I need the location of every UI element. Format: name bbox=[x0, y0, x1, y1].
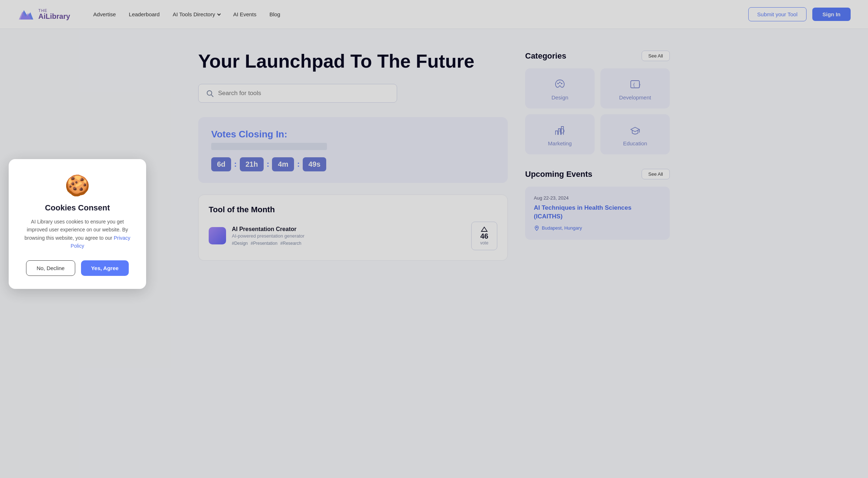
cookie-modal-text: AI Library uses cookies to ensure you ge… bbox=[22, 218, 133, 250]
cookie-icon: 🍪 bbox=[22, 174, 133, 197]
cookie-agree-button[interactable]: Yes, Agree bbox=[81, 260, 129, 276]
cookie-modal: 🍪 Cookies Consent AI Library uses cookie… bbox=[9, 159, 146, 289]
cookie-modal-buttons: No, Decline Yes, Agree bbox=[22, 260, 133, 276]
modal-overlay: 🍪 Cookies Consent AI Library uses cookie… bbox=[0, 0, 868, 478]
cookie-modal-title: Cookies Consent bbox=[22, 203, 133, 213]
cookie-decline-button[interactable]: No, Decline bbox=[26, 260, 75, 276]
